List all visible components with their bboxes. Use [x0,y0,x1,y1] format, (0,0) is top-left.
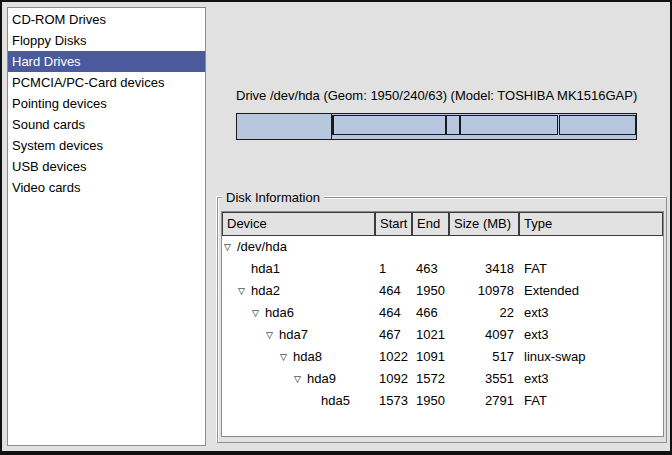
tree-indent [224,313,252,314]
sidebar-item-pointing-devices[interactable]: Pointing devices [8,93,205,114]
device-label: hda9 [307,368,336,390]
cell-device: ▽hda2 [222,280,375,302]
cell-size: 2791 [449,390,519,412]
cell-type: linux-swap [519,346,663,368]
table-row-hda6[interactable]: ▽hda646446622ext3 [222,302,663,324]
device-label: /dev/hda [237,236,287,258]
column-header-device[interactable]: Device [222,212,375,236]
tree-indent [224,357,280,358]
cell-device: ▽hda6 [222,302,375,324]
expander-icon[interactable]: ▽ [280,346,293,368]
sidebar-item-hard-drives[interactable]: Hard Drives [8,51,205,72]
cell-start: 1 [375,258,412,280]
tree-indent [224,379,294,380]
device-label: hda6 [265,302,294,324]
cell-type: ext3 [519,324,663,346]
cell-end [412,236,449,258]
expander-icon[interactable]: ▽ [266,324,279,346]
column-header-end[interactable]: End [412,212,449,236]
device-label: hda8 [293,346,322,368]
expander-icon[interactable]: ▽ [252,302,265,324]
cell-type: FAT [519,258,663,280]
partition-segment-hda8 [446,115,460,135]
column-header-size[interactable]: Size (MB) [449,212,519,236]
cell-end: 1950 [412,390,449,412]
tree-indent [224,401,308,402]
tree-indent [224,335,266,336]
table-row-hda5[interactable]: ▽hda5157319502791FAT [222,390,663,412]
partition-table: DeviceStartEndSize (MB)Type ▽/dev/hda▽hd… [221,211,664,437]
column-header-start[interactable]: Start [375,212,412,236]
cell-type: ext3 [519,302,663,324]
cell-end: 1572 [412,368,449,390]
sidebar-item-video-cards[interactable]: Video cards [8,177,205,198]
sidebar-item-usb-devices[interactable]: USB devices [8,156,205,177]
cell-type: Extended [519,280,663,302]
expander-icon[interactable]: ▽ [224,236,237,258]
partition-segment-hda9 [460,115,558,135]
table-row-hda2[interactable]: ▽hda2464195010978Extended [222,280,663,302]
cell-size: 4097 [449,324,519,346]
sidebar-item-system-devices[interactable]: System devices [8,135,205,156]
cell-size: 3551 [449,368,519,390]
cell-size: 517 [449,346,519,368]
cell-start: 464 [375,302,412,324]
cell-type: FAT [519,390,663,412]
cell-size: 10978 [449,280,519,302]
cell-end: 1950 [412,280,449,302]
cell-start: 1573 [375,390,412,412]
table-row-hda8[interactable]: ▽hda810221091517linux-swap [222,346,663,368]
sidebar-item-pcmcia-pc-card-devices[interactable]: PCMCIA/PC-Card devices [8,72,205,93]
cell-end: 463 [412,258,449,280]
cell-device: ▽hda5 [222,390,375,412]
partition-segment-hda7 [333,115,446,135]
cell-device: ▽hda1 [222,258,375,280]
disk-information-label: Disk Information [222,190,324,205]
device-label: hda1 [251,258,280,280]
cell-end: 1021 [412,324,449,346]
device-label: hda2 [251,280,280,302]
sidebar-item-floppy-disks[interactable]: Floppy Disks [8,30,205,51]
cell-size [449,236,519,258]
table-row-hda1[interactable]: ▽hda114633418FAT [222,258,663,280]
cell-end: 1091 [412,346,449,368]
cell-start: 1092 [375,368,412,390]
column-header-type[interactable]: Type [519,212,663,236]
cell-device: ▽hda9 [222,368,375,390]
expander-icon[interactable]: ▽ [294,368,307,390]
cell-size: 3418 [449,258,519,280]
tree-indent [224,269,238,270]
table-row-hda9[interactable]: ▽hda9109215723551ext3 [222,368,663,390]
partition-bar [236,113,637,140]
partition-table-body: ▽/dev/hda▽hda114633418FAT▽hda24641950109… [222,236,663,412]
device-label: hda7 [279,324,308,346]
cell-start: 467 [375,324,412,346]
cell-start [375,236,412,258]
device-category-list: CD-ROM DrivesFloppy DisksHard DrivesPCMC… [7,7,206,446]
table-row-dev-hda[interactable]: ▽/dev/hda [222,236,663,258]
tree-indent [224,291,238,292]
partition-table-header: DeviceStartEndSize (MB)Type [222,212,663,236]
cell-type: ext3 [519,368,663,390]
cell-end: 466 [412,302,449,324]
hardware-browser-window: { "colors": { "selection_blue": "#4a5a9c… [0,0,672,455]
cell-device: ▽hda8 [222,346,375,368]
sidebar-item-cd-rom-drives[interactable]: CD-ROM Drives [8,9,205,30]
cell-device: ▽hda7 [222,324,375,346]
cell-start: 1022 [375,346,412,368]
cell-start: 464 [375,280,412,302]
table-row-hda7[interactable]: ▽hda746710214097ext3 [222,324,663,346]
partition-segment-hda5 [559,115,636,135]
sidebar-item-sound-cards[interactable]: Sound cards [8,114,205,135]
device-label: hda5 [321,390,350,412]
cell-size: 22 [449,302,519,324]
partition-segment-hda1 [236,113,333,140]
drive-title: Drive /dev/hda (Geom: 1950/240/63) (Mode… [236,88,637,103]
cell-type [519,236,663,258]
partition-segment-hda2 [331,113,637,140]
expander-icon[interactable]: ▽ [238,280,251,302]
cell-device: ▽/dev/hda [222,236,375,258]
